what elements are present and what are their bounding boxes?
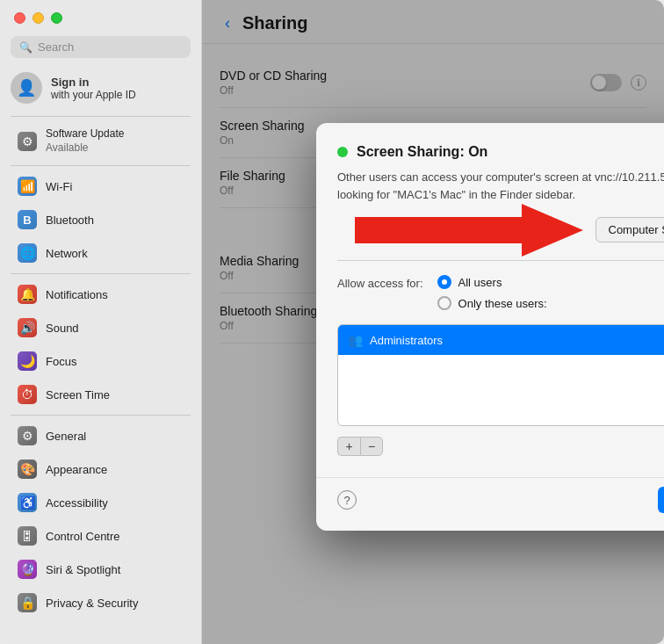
- radio-all-users-label: All users: [458, 276, 502, 289]
- sidebar-item-screentime[interactable]: ⏱ Screen Time: [5, 379, 196, 410]
- list-controls: + −: [337, 437, 664, 456]
- main-content: ‹ Sharing DVD or CD Sharing Off ℹ: [202, 0, 664, 644]
- green-indicator: [337, 147, 348, 157]
- sidebar-divider-3: [11, 273, 191, 274]
- radio-only-these-circle: [437, 296, 451, 310]
- network-icon: 🌐: [18, 243, 37, 263]
- search-input[interactable]: [38, 40, 182, 54]
- sidebar-item-sound[interactable]: 🔊 Sound: [5, 312, 196, 344]
- sidebar-item-label-appearance: Appearance: [46, 463, 107, 476]
- done-button[interactable]: Done: [658, 487, 664, 513]
- svg-marker-0: [355, 204, 583, 257]
- sidebar-item-focus[interactable]: 🌙 Focus: [5, 345, 196, 377]
- user-list-item-label: Administrators: [370, 334, 443, 347]
- softwareupdate-icon: ⚙: [18, 132, 37, 151]
- user-subtext: with your Apple ID: [51, 89, 136, 101]
- help-button[interactable]: ?: [337, 490, 357, 510]
- sidebar-item-label-screentime: Screen Time: [46, 388, 110, 402]
- user-info: Sign in with your Apple ID: [51, 76, 136, 101]
- main-window: 🔍 👤 Sign in with your Apple ID ⚙ Softwar…: [0, 0, 664, 644]
- user-profile[interactable]: 👤 Sign in with your Apple ID: [0, 67, 201, 112]
- sidebar-item-label-privacy: Privacy & Security: [46, 597, 138, 610]
- modal-footer: ? Done: [316, 477, 664, 531]
- sign-in-label: Sign in: [51, 76, 136, 89]
- sidebar-item-privacy[interactable]: 🔒 Privacy & Security: [5, 587, 196, 619]
- privacy-icon: 🔒: [18, 593, 37, 612]
- group-icon: 👥: [347, 332, 363, 348]
- sidebar-item-general[interactable]: ⚙ General: [5, 420, 196, 452]
- wifi-icon: 📶: [18, 177, 37, 196]
- red-arrow: [355, 204, 583, 257]
- traffic-lights: [0, 0, 201, 33]
- users-list: 👥 Administrators: [337, 324, 664, 426]
- radio-all-users[interactable]: All users: [437, 275, 547, 289]
- radio-only-these[interactable]: Only these users:: [437, 296, 547, 310]
- appearance-icon: 🎨: [18, 459, 37, 479]
- user-list-empty: [338, 355, 664, 425]
- focus-icon: 🌙: [18, 351, 37, 371]
- sidebar-item-controlcentre[interactable]: 🎛 Control Centre: [5, 520, 196, 552]
- sidebar-divider-4: [11, 415, 191, 416]
- modal-title-row: Screen Sharing: On: [337, 144, 664, 160]
- add-user-button[interactable]: +: [337, 437, 360, 456]
- modal-divider: [337, 260, 664, 261]
- controlcentre-icon: 🎛: [18, 526, 37, 546]
- sidebar-item-label-bluetooth: Bluetooth: [46, 213, 94, 227]
- maximize-button[interactable]: [51, 12, 62, 24]
- sidebar-item-label-sound: Sound: [46, 322, 79, 335]
- avatar: 👤: [11, 72, 42, 104]
- sidebar-item-label-notifications: Notifications: [46, 288, 108, 301]
- screentime-icon: ⏱: [18, 385, 37, 404]
- sidebar: 🔍 👤 Sign in with your Apple ID ⚙ Softwar…: [0, 0, 202, 644]
- sidebar-item-siri[interactable]: 🔮 Siri & Spotlight: [5, 554, 196, 585]
- access-label: Allow access for:: [337, 275, 423, 290]
- sidebar-item-label-network: Network: [46, 247, 88, 260]
- modal-dialog: Screen Sharing: On Other users can acces…: [316, 123, 664, 531]
- access-section: Allow access for: All users Only these u…: [337, 275, 664, 310]
- remove-user-button[interactable]: −: [360, 437, 383, 456]
- arrow-computer-row: Computer Settings...: [337, 217, 664, 242]
- close-button[interactable]: [14, 12, 25, 24]
- sidebar-item-label-general: General: [46, 430, 86, 443]
- sidebar-item-label-accessibility: Accessibility: [46, 496, 108, 510]
- general-icon: ⚙: [18, 426, 37, 445]
- sidebar-item-softwareupdate[interactable]: ⚙ Software UpdateAvailable: [5, 121, 196, 161]
- sidebar-item-network[interactable]: 🌐 Network: [5, 237, 196, 269]
- sidebar-divider-2: [11, 165, 191, 166]
- sound-icon: 🔊: [18, 318, 37, 337]
- radio-only-these-label: Only these users:: [458, 297, 547, 310]
- search-bar[interactable]: 🔍: [11, 36, 191, 58]
- search-icon: 🔍: [19, 41, 32, 54]
- sidebar-item-bluetooth[interactable]: B Bluetooth: [5, 204, 196, 235]
- bluetooth-icon: B: [18, 210, 37, 229]
- modal-title: Screen Sharing: On: [357, 144, 487, 160]
- user-list-item-administrators[interactable]: 👥 Administrators: [338, 325, 664, 355]
- accessibility-icon: ♿: [18, 493, 37, 512]
- computer-settings-button[interactable]: Computer Settings...: [595, 217, 665, 242]
- softwareupdate-label: Software UpdateAvailable: [46, 127, 124, 155]
- notifications-icon: 🔔: [18, 285, 37, 304]
- sidebar-item-accessibility[interactable]: ♿ Accessibility: [5, 487, 196, 518]
- sidebar-item-label-siri: Siri & Spotlight: [46, 563, 120, 576]
- sidebar-item-wifi[interactable]: 📶 Wi-Fi: [5, 170, 196, 202]
- radio-all-users-circle: [437, 275, 451, 289]
- modal-description: Other users can access your computer's s…: [337, 169, 664, 203]
- sidebar-divider-top: [11, 116, 191, 117]
- sidebar-item-notifications[interactable]: 🔔 Notifications: [5, 279, 196, 310]
- sidebar-item-label-focus: Focus: [46, 355, 76, 368]
- sidebar-item-label-controlcentre: Control Centre: [46, 530, 120, 543]
- radio-group: All users Only these users:: [437, 275, 547, 310]
- modal-body: Screen Sharing: On Other users can acces…: [316, 123, 664, 477]
- sidebar-item-appearance[interactable]: 🎨 Appearance: [5, 453, 196, 485]
- sidebar-item-label-wifi: Wi-Fi: [46, 180, 72, 193]
- minimize-button[interactable]: [32, 12, 44, 24]
- siri-icon: 🔮: [18, 560, 37, 579]
